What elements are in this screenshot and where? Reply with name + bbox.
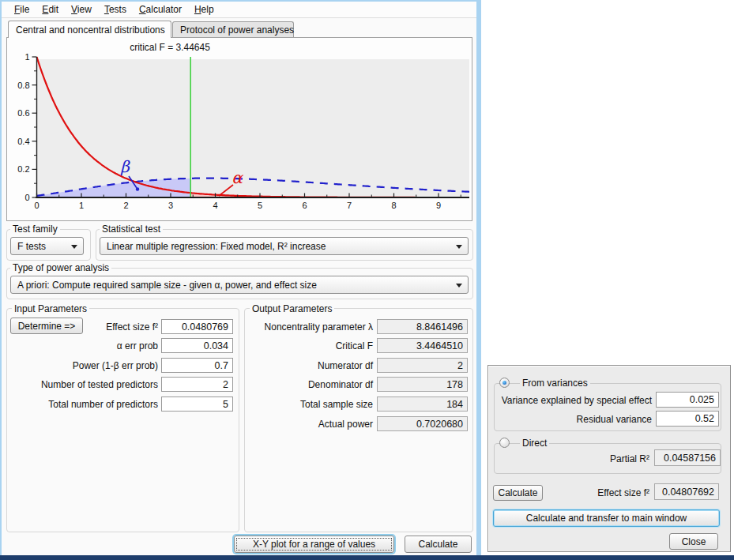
numerator-df-output: 2 bbox=[377, 358, 468, 373]
menu-bar: File Edit View Tests Calculator Help bbox=[2, 2, 476, 18]
from-variances-radio[interactable] bbox=[499, 378, 510, 388]
denominator-df-output: 178 bbox=[377, 377, 468, 392]
chevron-down-icon bbox=[456, 245, 462, 249]
alpha-label: α bbox=[231, 168, 243, 187]
input-row-label: Total number of predictors bbox=[16, 399, 158, 410]
tab-label: Protocol of power analyses bbox=[180, 24, 294, 36]
tab-label: Central and noncentral distributions bbox=[16, 24, 165, 36]
tab-central-noncentral[interactable]: Central and noncentral distributions bbox=[8, 21, 171, 38]
svg-text:0.2: 0.2 bbox=[17, 164, 29, 174]
output-parameters-title: Output Parameters bbox=[250, 303, 334, 314]
svg-text:1: 1 bbox=[24, 52, 29, 62]
partial-r2-label: Partial R² bbox=[539, 453, 649, 464]
menu-help[interactable]: Help bbox=[188, 4, 220, 15]
svg-text:0.8: 0.8 bbox=[17, 81, 29, 90]
svg-text:3: 3 bbox=[168, 201, 173, 210]
menu-view[interactable]: View bbox=[65, 4, 98, 15]
svg-text:7: 7 bbox=[347, 201, 352, 210]
chevron-down-icon bbox=[71, 245, 77, 249]
close-button[interactable]: Close bbox=[669, 533, 718, 550]
test-family-select[interactable]: F tests bbox=[10, 237, 84, 255]
calculate-button[interactable]: Calculate bbox=[405, 536, 472, 553]
statistical-test-select[interactable]: Linear multiple regression: Fixed model,… bbox=[100, 237, 469, 255]
output-row-label: Noncentrality parameter λ bbox=[249, 321, 373, 333]
beta-pointer-dot bbox=[136, 187, 139, 190]
statistical-test-label: Statistical test bbox=[100, 224, 163, 235]
main-window-border-left bbox=[0, 0, 2, 555]
effect-size-input[interactable]: 0.0480769 bbox=[161, 319, 233, 334]
xy-plot-button[interactable]: X-Y plot for a range of values bbox=[234, 536, 394, 553]
from-variances-label: From variances bbox=[520, 378, 590, 389]
svg-text:0: 0 bbox=[24, 193, 29, 202]
output-row-label: Denominator df bbox=[249, 379, 373, 390]
actual-power-output: 0.7020680 bbox=[377, 416, 468, 431]
distribution-plot: 012345678900.20.40.60.81βα bbox=[7, 38, 472, 220]
main-window-border-right bbox=[476, 0, 481, 555]
calculate-transfer-button[interactable]: Calculate and transfer to main window bbox=[493, 509, 720, 527]
svg-text:0.6: 0.6 bbox=[17, 108, 29, 118]
dialog-effect-size-label: Effect size f² bbox=[553, 487, 649, 498]
noncentrality-output: 8.8461496 bbox=[377, 319, 468, 334]
residual-variance-input[interactable]: 0.52 bbox=[656, 411, 719, 427]
svg-text:9: 9 bbox=[436, 201, 441, 210]
beta-label: β bbox=[120, 157, 130, 176]
svg-text:0: 0 bbox=[34, 201, 39, 210]
dialog-calculate-button[interactable]: Calculate bbox=[493, 485, 543, 501]
input-row-label: Number of tested predictors bbox=[16, 379, 158, 390]
test-family-label: Test family bbox=[10, 224, 60, 235]
direct-radio[interactable] bbox=[499, 438, 510, 448]
total-predictors-input[interactable]: 5 bbox=[161, 397, 233, 412]
alpha-err-prob-input[interactable]: 0.034 bbox=[161, 338, 233, 353]
svg-text:0.4: 0.4 bbox=[17, 137, 29, 146]
tab-protocol[interactable]: Protocol of power analyses bbox=[172, 21, 294, 37]
chevron-down-icon bbox=[456, 284, 462, 288]
tested-predictors-input[interactable]: 2 bbox=[161, 377, 233, 392]
svg-text:8: 8 bbox=[391, 201, 396, 210]
critical-f-title: critical F = 3.44645 bbox=[91, 42, 249, 53]
svg-text:2: 2 bbox=[123, 201, 128, 210]
power-input[interactable]: 0.7 bbox=[161, 358, 233, 373]
svg-text:6: 6 bbox=[302, 201, 307, 210]
menu-edit[interactable]: Edit bbox=[36, 4, 65, 15]
variance-special-effect-input[interactable]: 0.025 bbox=[656, 392, 719, 408]
critical-f-output: 3.4464510 bbox=[377, 338, 468, 353]
y-axis-ticks: 00.20.40.60.81 bbox=[17, 52, 36, 202]
plot-background bbox=[37, 59, 470, 197]
input-row-label: Power (1-β err prob) bbox=[16, 360, 158, 371]
gpower-screen: File Edit View Tests Calculator Help Cen… bbox=[0, 0, 734, 560]
output-row-label: Total sample size bbox=[249, 399, 373, 410]
menu-calculator[interactable]: Calculator bbox=[133, 4, 188, 15]
dialog-row-label: Variance explained by special effect bbox=[491, 395, 652, 406]
input-row-label: α err prob bbox=[16, 340, 158, 351]
bottom-window-edge bbox=[0, 555, 734, 560]
test-family-value: F tests bbox=[17, 241, 46, 252]
output-row-label: Actual power bbox=[249, 419, 373, 430]
input-parameters-title: Input Parameters bbox=[12, 303, 89, 314]
power-analysis-value: A priori: Compute required sample size -… bbox=[17, 280, 317, 291]
statistical-test-value: Linear multiple regression: Fixed model,… bbox=[107, 241, 326, 252]
power-analysis-select[interactable]: A priori: Compute required sample size -… bbox=[10, 276, 469, 294]
input-row-label: Effect size f² bbox=[16, 321, 158, 333]
svg-text:1: 1 bbox=[79, 201, 84, 210]
dialog-effect-size-field: 0.04807692 bbox=[654, 483, 719, 500]
output-row-label: Critical F bbox=[249, 340, 373, 351]
power-analysis-label: Type of power analysis bbox=[10, 262, 111, 273]
dialog-row-label: Residual variance bbox=[491, 414, 652, 425]
output-row-label: Numerator df bbox=[249, 360, 373, 371]
total-sample-size-output: 184 bbox=[377, 397, 468, 412]
partial-r2-field: 0.04587156 bbox=[654, 449, 721, 466]
svg-text:4: 4 bbox=[213, 201, 217, 210]
svg-text:5: 5 bbox=[258, 201, 262, 210]
menu-tests[interactable]: Tests bbox=[98, 4, 133, 15]
menu-file[interactable]: File bbox=[8, 4, 36, 15]
direct-label: Direct bbox=[520, 438, 549, 449]
